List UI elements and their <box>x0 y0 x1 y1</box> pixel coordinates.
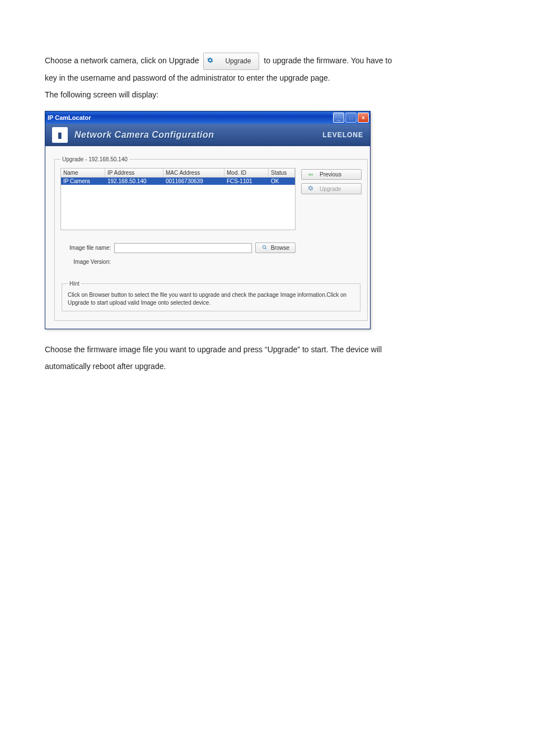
previous-button[interactable]: ⇦ Previous <box>301 169 362 180</box>
arrow-left-icon: ⇦ <box>307 171 314 178</box>
image-version-label: Image Version: <box>60 259 111 265</box>
svg-line-1 <box>265 248 266 249</box>
intro-text-2: to upgrade the firmware. You have to <box>264 56 392 65</box>
hint-legend: Hint <box>68 281 81 287</box>
close-button[interactable]: × <box>358 113 369 123</box>
upgrade-inline-button[interactable]: Upgrade <box>203 53 259 70</box>
outro-paragraph: Choose the firmware image file you want … <box>45 342 489 375</box>
upgrade-inline-label: Upgrade <box>225 57 251 65</box>
previous-label: Previous <box>320 171 341 178</box>
brand-label: LEVELONE <box>322 131 363 139</box>
outro-text-2: automatically reboot after upgrade. <box>45 362 166 371</box>
window-title: IP CamLocator <box>48 114 91 121</box>
th-ip: IP Address <box>105 169 163 178</box>
banner: ▮ Network Camera Configuration LEVELONE <box>45 124 370 146</box>
intro-text-3: key in the username and password of the … <box>45 73 330 82</box>
hint-groupbox: Hint Click on Browser button to select t… <box>62 281 360 311</box>
upgrade-groupbox: Upgrade - 192.168.50.140 Name IP Address… <box>54 156 368 321</box>
cell-status: OK <box>269 178 295 185</box>
cell-mac: 001166730639 <box>163 178 224 185</box>
gear-icon <box>207 58 215 64</box>
groupbox-legend: Upgrade - 192.168.50.140 <box>60 156 129 162</box>
browse-label: Browse <box>271 245 289 251</box>
maximize-button[interactable]: □ <box>345 113 357 123</box>
gear-icon <box>307 185 314 192</box>
cell-mod: FCS-1101 <box>224 178 269 185</box>
cell-ip: 192.168.50.140 <box>105 178 163 185</box>
th-mac: MAC Address <box>163 169 224 178</box>
browse-button[interactable]: Browse <box>255 242 296 253</box>
app-window: IP CamLocator _ □ × ▮ Network Camera Con… <box>45 111 371 329</box>
banner-title: Network Camera Configuration <box>74 130 322 140</box>
titlebar[interactable]: IP CamLocator _ □ × <box>45 111 370 124</box>
device-table[interactable]: Name IP Address MAC Address Mod. ID Stat… <box>60 168 296 230</box>
cell-name: IP Camera <box>61 178 105 185</box>
table-row[interactable]: IP Camera 192.168.50.140 001166730639 FC… <box>61 178 295 185</box>
hint-text: Click on Browser button to select the fi… <box>68 291 354 306</box>
outro-text-1: Choose the firmware image file you want … <box>45 345 382 354</box>
folder-search-icon <box>261 244 268 251</box>
table-header-row: Name IP Address MAC Address Mod. ID Stat… <box>61 169 295 178</box>
th-name: Name <box>61 169 105 178</box>
intro-text-4: The following screen will display: <box>45 90 158 99</box>
th-status: Status <box>269 169 295 178</box>
intro-paragraph: Choose a network camera, click on Upgrad… <box>45 53 489 103</box>
upgrade-label: Upgrade <box>320 186 341 192</box>
intro-text-1: Choose a network camera, click on Upgrad… <box>45 56 201 65</box>
image-file-label: Image file name: <box>60 245 111 251</box>
table-empty-area <box>61 185 295 230</box>
upgrade-button[interactable]: Upgrade <box>301 183 362 194</box>
th-mod: Mod. ID <box>224 169 269 178</box>
logo-icon: ▮ <box>52 127 68 143</box>
minimize-button[interactable]: _ <box>333 113 344 123</box>
svg-point-0 <box>263 245 266 249</box>
image-file-input[interactable] <box>114 243 252 253</box>
